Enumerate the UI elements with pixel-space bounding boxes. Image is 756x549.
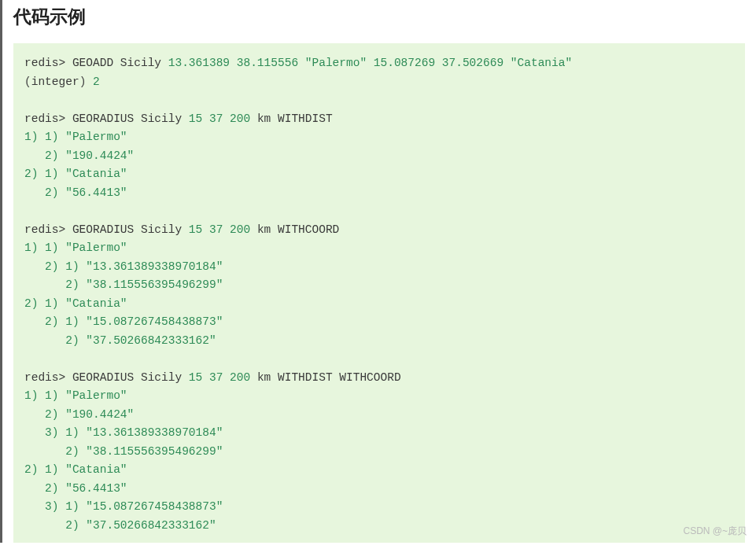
code-token: GEORADIUS Sicily [72,223,189,236]
code-token: 2) [24,278,86,291]
code-token: "15.087267458438873" [86,500,223,513]
code-token: ) [79,76,93,88]
code-token: 1) 1) [24,389,65,402]
code-token: "Catania" [511,57,572,69]
code-token: "Palermo" [65,131,127,143]
code-token: redis> [24,112,72,125]
code-token: "Palermo" [305,57,374,69]
code-token: "37.50266842333162" [86,519,216,532]
code-token: 13.361389 38.115556 [168,57,305,69]
code-token: "15.087267458438873" [86,315,223,328]
code-token: 15 37 200 [189,112,257,125]
code-token: GEOADD Sicily [72,57,168,69]
code-token: 2) [24,334,86,347]
code-token: 3) 1) [24,500,86,513]
code-token: km WITHCOORD [257,223,339,236]
code-token: 2) [24,482,65,495]
code-token: integer [31,76,79,88]
code-token: ( [24,76,31,88]
code-token: GEORADIUS Sicily [72,112,189,125]
watermark: CSDN @~庞贝 [683,525,747,538]
code-token: "56.4413" [65,482,127,495]
code-token: "38.115556395496299" [86,445,223,458]
code-token: "Catania" [65,297,127,310]
code-token: "Catania" [65,463,127,476]
code-token: "56.4413" [65,186,127,199]
section-title: 代码示例 [13,0,745,43]
code-token: 15 37 200 [189,223,257,236]
code-token: "38.115556395496299" [86,278,223,291]
code-token: 2 [93,76,100,88]
code-token: 15.087269 37.502669 [374,57,511,69]
code-token: "Palermo" [65,241,127,254]
code-token: GEORADIUS Sicily [72,371,189,384]
code-token: "190.4424" [65,408,134,421]
code-token: 3) 1) [24,426,86,439]
code-token: 1) 1) [24,241,65,254]
content-area: 代码示例 redis> GEOADD Sicily 13.361389 38.1… [2,0,756,543]
code-token: 2) 1) [24,168,65,180]
code-token: 15 37 200 [189,371,257,384]
code-token: "13.361389338970184" [86,260,223,273]
code-token: "Catania" [65,168,127,180]
left-border [0,0,2,543]
code-token: 2) [24,519,86,532]
code-token: 2) 1) [24,297,65,310]
code-token: 2) [24,186,65,199]
code-token: km WITHDIST [257,112,333,125]
code-token: redis> [24,223,72,236]
code-token: 2) [24,408,65,421]
code-token: redis> [24,371,72,384]
code-token: "Palermo" [65,389,127,402]
code-token: redis> [24,57,72,69]
code-token: "37.50266842333162" [86,334,216,347]
code-token: 1) 1) [24,131,65,143]
code-block: redis> GEOADD Sicily 13.361389 38.115556… [13,43,745,543]
code-token: 2) [24,149,65,162]
code-token: km WITHDIST WITHCOORD [257,371,401,384]
code-token: 2) 1) [24,260,86,273]
code-token: "13.361389338970184" [86,426,223,439]
code-token: "190.4424" [65,149,134,162]
code-token: 2) 1) [24,315,86,328]
code-token: 2) [24,445,86,458]
code-token: 2) 1) [24,463,65,476]
